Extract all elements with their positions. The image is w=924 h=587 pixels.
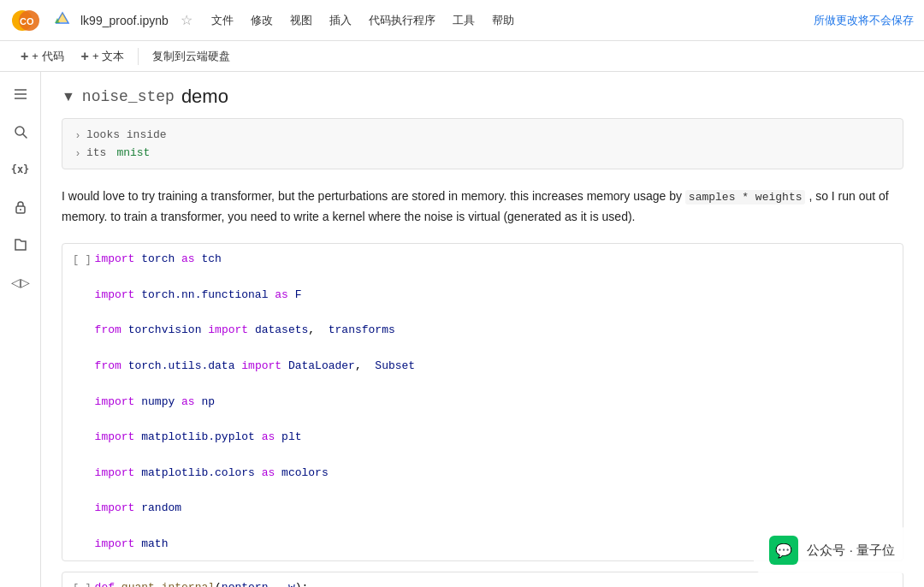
menu-file[interactable]: 文件	[210, 9, 235, 32]
collapse-arrow[interactable]: ▼	[62, 89, 75, 104]
colab-logo[interactable]: CO	[10, 5, 41, 36]
text-cell: I would love to try training a transform…	[62, 180, 903, 233]
menu-view[interactable]: 视图	[288, 9, 314, 32]
inline-code-1: samples * weights	[685, 190, 806, 205]
file-name[interactable]: lk99_proof.ipynb	[80, 14, 169, 27]
collapsed-arrow-1[interactable]: ›	[76, 129, 80, 141]
menu-insert[interactable]: 插入	[328, 9, 353, 32]
plus-text-icon: +	[81, 49, 89, 64]
code-cell-imports-inner: [ ] import torch as tch import torch.nn.…	[62, 244, 903, 560]
notebook: ▼ noise_step demo › looks inside › its m…	[41, 72, 924, 587]
sidebar-icon-toc[interactable]	[5, 79, 36, 110]
add-text-button[interactable]: + + 文本	[74, 45, 132, 68]
star-icon[interactable]: ☆	[181, 12, 192, 28]
svg-text:CO: CO	[20, 16, 34, 27]
collapsed-arrow-2[interactable]: ›	[76, 147, 80, 159]
sidebar-icon-variables[interactable]: {x}	[5, 154, 36, 185]
code-content-quant[interactable]: def quant_internal(nontern, w): result =…	[95, 579, 892, 587]
code-cell-quant: [ ] def quant_internal(nontern, w): resu…	[62, 572, 903, 587]
collapsed-label-1: looks inside	[86, 128, 167, 141]
collapsed-label-2: its	[86, 146, 106, 159]
text-content-1: I would love to try training a transform…	[62, 189, 682, 203]
collapsed-cells-container: › looks inside › its mnist	[62, 118, 903, 169]
add-text-label: + 文本	[92, 49, 124, 64]
code-cell-imports: [ ] import torch as tch import torch.nn.…	[62, 243, 903, 561]
collapsed-row-1: › looks inside	[76, 126, 889, 144]
add-code-label: + 代码	[32, 49, 63, 64]
main-layout: {x} ◁▷ ▼ noise_step demo › looks i	[0, 72, 924, 587]
unsaved-notice[interactable]: 所做更改将不会保存	[814, 13, 914, 28]
heading-text: demo	[181, 86, 228, 108]
collapsed-value-2: mnist	[116, 146, 150, 159]
menu-help[interactable]: 帮助	[490, 9, 516, 32]
plus-code-icon: +	[21, 49, 28, 64]
sidebar-icon-code[interactable]: ◁▷	[5, 267, 36, 298]
menu-tools[interactable]: 工具	[451, 9, 477, 32]
sidebar-icon-search[interactable]	[5, 116, 36, 147]
cell-bracket-1: [ ]	[73, 254, 92, 266]
code-cell-quant-inner: [ ] def quant_internal(nontern, w): resu…	[62, 572, 903, 587]
menu-bar: 文件 修改 视图 插入 代码执行程序 工具 帮助	[210, 9, 516, 32]
toolbar-divider	[138, 48, 139, 65]
menu-runtime[interactable]: 代码执行程序	[367, 9, 437, 32]
add-code-button[interactable]: + + 代码	[14, 45, 71, 68]
code-content-imports[interactable]: import torch as tch import torch.nn.func…	[95, 251, 892, 554]
sidebar-icon-files[interactable]	[5, 229, 36, 260]
svg-point-12	[20, 209, 21, 210]
sidebar-icon-secrets[interactable]	[5, 192, 36, 222]
heading-code: noise_step	[82, 88, 175, 105]
menu-edit[interactable]: 修改	[249, 9, 275, 32]
svg-line-10	[23, 134, 27, 138]
drive-icon	[55, 11, 70, 29]
svg-marker-5	[57, 13, 68, 22]
copy-to-drive-button[interactable]: 复制到云端硬盘	[145, 45, 237, 68]
cell-bracket-2: [ ]	[73, 583, 92, 587]
top-bar: CO lk99_proof.ipynb ☆ 文件 修改 视图 插入 代码执行程序…	[0, 0, 924, 41]
sidebar: {x} ◁▷	[0, 72, 41, 587]
collapsed-row-2: › its mnist	[76, 144, 889, 162]
section-heading: ▼ noise_step demo	[62, 86, 903, 108]
toolbar: + + 代码 + + 文本 复制到云端硬盘	[0, 41, 924, 72]
